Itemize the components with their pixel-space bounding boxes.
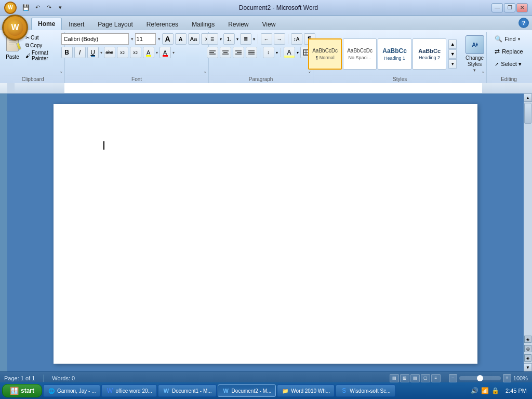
zoom-slider[interactable]: [459, 376, 501, 380]
zoom-out-button[interactable]: −: [449, 374, 457, 382]
minimize-button[interactable]: —: [491, 3, 503, 12]
zoom-level: 100%: [513, 375, 528, 381]
cut-button[interactable]: ✂Cut: [24, 34, 62, 41]
font-size-select[interactable]: [135, 33, 156, 45]
bullets-button[interactable]: ≡: [207, 33, 218, 45]
change-styles-arrow[interactable]: ▾: [473, 68, 476, 73]
bullets-arrow[interactable]: ▾: [220, 37, 222, 42]
office-button[interactable]: W: [2, 15, 28, 41]
increase-indent-button[interactable]: →: [274, 33, 285, 45]
qa-dropdown-button[interactable]: ▾: [55, 3, 65, 13]
scroll-page-down-button[interactable]: ◈: [524, 354, 531, 362]
main-content[interactable]: [7, 94, 524, 371]
styles-more-button[interactable]: ▾: [448, 59, 457, 69]
tab-page-layout[interactable]: Page Layout: [91, 18, 139, 30]
multilevel-button[interactable]: ≣: [240, 33, 251, 45]
close-button[interactable]: ✕: [516, 3, 528, 12]
styles-scroll-down[interactable]: ▼: [448, 49, 457, 59]
style-heading1[interactable]: AaBbCc Heading 1: [378, 38, 411, 70]
font-family-select[interactable]: [61, 33, 129, 45]
format-painter-button[interactable]: 🖌Format Painter: [24, 49, 62, 62]
underline-button[interactable]: U: [87, 47, 99, 58]
tab-insert[interactable]: Insert: [62, 18, 91, 30]
tab-home[interactable]: Home: [31, 18, 62, 30]
tab-view[interactable]: View: [256, 18, 283, 30]
taskbar-item-officeword[interactable]: W office word 20...: [101, 384, 156, 397]
tray-security-icon[interactable]: 🔒: [491, 387, 499, 395]
font-size-arrow[interactable]: ▾: [158, 36, 161, 42]
numbering-arrow[interactable]: ▾: [236, 37, 238, 42]
decrease-indent-button[interactable]: ←: [261, 33, 272, 45]
scroll-thumb[interactable]: [524, 103, 531, 124]
taskbar-item-garmon[interactable]: 🌐 Garmon, Jay - ...: [43, 384, 100, 397]
taskbar-item-document1[interactable]: W Document1 - M...: [158, 384, 217, 397]
underline-arrow[interactable]: ▾: [100, 50, 102, 55]
multilevel-arrow[interactable]: ▾: [253, 37, 255, 42]
select-button[interactable]: ↗ Select ▾: [491, 58, 525, 70]
grow-font-button[interactable]: A: [162, 33, 174, 45]
tab-review[interactable]: Review: [221, 18, 255, 30]
office-logo[interactable]: W: [4, 2, 17, 14]
style-heading2[interactable]: AaBbCc Heading 2: [413, 38, 446, 70]
numbering-button[interactable]: 1.: [223, 33, 235, 45]
scroll-select-button[interactable]: ◎: [524, 345, 531, 352]
sort-button[interactable]: ↕A: [291, 33, 302, 45]
subscript-button[interactable]: x2: [117, 47, 128, 58]
zoom-slider-thumb[interactable]: [477, 375, 483, 381]
strikethrough-button[interactable]: abc: [104, 47, 115, 58]
font-family-arrow[interactable]: ▾: [131, 36, 134, 42]
zoom-in-button[interactable]: +: [503, 374, 511, 382]
scroll-down-button[interactable]: ▼: [524, 363, 532, 371]
full-screen-button[interactable]: ▧: [400, 374, 409, 382]
align-left-button[interactable]: [207, 47, 218, 58]
taskbar-item-document2[interactable]: W Document2 - M...: [218, 384, 276, 397]
tray-volume-icon[interactable]: 📶: [481, 387, 489, 395]
copy-button[interactable]: ⧉Copy: [24, 42, 62, 49]
line-spacing-button[interactable]: ↕: [263, 47, 274, 58]
save-button[interactable]: 💾: [21, 3, 31, 13]
align-center-button[interactable]: [220, 47, 231, 58]
tray-network-icon[interactable]: 🔊: [470, 387, 478, 395]
line-spacing-arrow[interactable]: ▾: [276, 50, 278, 55]
paste-label: Paste: [6, 54, 19, 60]
undo-button[interactable]: ↶: [32, 3, 43, 13]
outline-button[interactable]: ▢: [421, 374, 430, 382]
style-no-spacing[interactable]: AaBbCcDc No Spaci...: [343, 38, 377, 70]
styles-scroll-up[interactable]: ▲: [448, 39, 457, 49]
shading-arrow[interactable]: ▾: [297, 50, 299, 55]
change-case-button[interactable]: Aa: [188, 33, 200, 45]
align-right-button[interactable]: [233, 47, 244, 58]
font-color-button[interactable]: A: [159, 47, 171, 58]
shading-button[interactable]: A: [284, 47, 295, 58]
document-page[interactable]: [54, 104, 477, 364]
web-layout-button[interactable]: ▤: [410, 374, 420, 382]
replace-button[interactable]: ⇄ Replace: [491, 46, 526, 57]
superscript-button[interactable]: x2: [130, 47, 141, 58]
bold-button[interactable]: B: [61, 47, 73, 58]
scroll-up-button[interactable]: ▲: [524, 94, 532, 102]
find-button[interactable]: 🔍 Find ▾: [491, 33, 523, 45]
scroll-page-up-button[interactable]: ◈: [524, 336, 531, 343]
text-cursor: [103, 141, 104, 150]
help-button[interactable]: ?: [518, 18, 529, 28]
draft-button[interactable]: ≡: [431, 374, 441, 382]
tab-mailings[interactable]: Mailings: [185, 18, 221, 30]
highlight-arrow[interactable]: ▾: [156, 50, 158, 55]
style-normal[interactable]: AaBbCcDc ¶ Normal: [308, 38, 342, 70]
redo-button[interactable]: ↷: [44, 3, 54, 13]
find-arrow[interactable]: ▾: [518, 37, 520, 42]
taskbar-item-wisdom[interactable]: S Wisdom-soft Sc...: [336, 384, 395, 397]
font-color-arrow[interactable]: ▾: [172, 50, 175, 55]
paragraph-label: Paragraph: [211, 75, 311, 82]
highlight-button[interactable]: A: [143, 47, 154, 58]
justify-button[interactable]: [246, 47, 257, 58]
vertical-ruler: [0, 94, 7, 371]
italic-button[interactable]: I: [74, 47, 86, 58]
start-button[interactable]: 🪟 start: [2, 384, 42, 397]
shrink-font-button[interactable]: A: [175, 33, 187, 45]
print-layout-button[interactable]: ▤: [390, 374, 399, 382]
taskbar-item-word2010[interactable]: 📁 Word 2010 Wh...: [277, 384, 335, 397]
restore-button[interactable]: ❐: [504, 3, 515, 12]
styles-dialog-button[interactable]: ⌄: [481, 69, 485, 74]
tab-references[interactable]: References: [140, 18, 185, 30]
